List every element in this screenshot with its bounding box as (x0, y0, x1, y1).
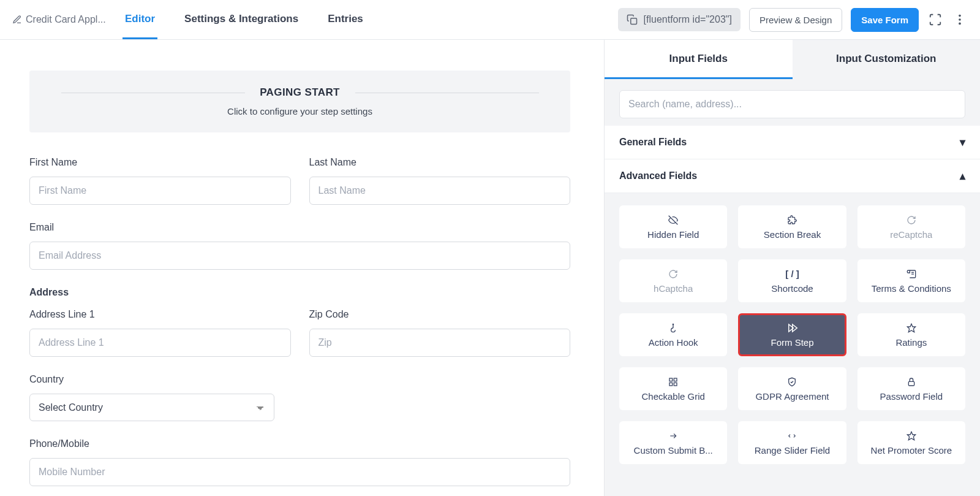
address-heading: Address (29, 287, 570, 298)
field-card-label: reCaptcha (890, 229, 932, 240)
field-card-label: Net Promoter Score (871, 445, 952, 456)
field-card-label: GDPR Agreement (755, 391, 829, 402)
field-card-label: Terms & Conditions (872, 283, 951, 294)
svg-point-3 (959, 23, 961, 25)
kebab-icon (953, 13, 967, 26)
shortcode-text: [fluentform id="203"] (644, 14, 732, 25)
grid-icon (668, 376, 678, 387)
arrow-right-icon (667, 430, 679, 441)
zip-label: Zip Code (309, 309, 571, 320)
country-select[interactable]: Select Country (29, 394, 274, 421)
puzzle-icon (787, 215, 797, 226)
tab-input-fields[interactable]: Input Fields (605, 40, 793, 79)
tab-editor[interactable]: Editor (123, 0, 157, 39)
field-card-label: Password Field (880, 391, 943, 402)
phone-label: Phone/Mobile (29, 438, 570, 449)
preview-button[interactable]: Preview & Design (749, 8, 842, 32)
star-icon (907, 430, 916, 441)
field-card-range-slider-field[interactable]: Range Slider Field (738, 421, 846, 464)
field-card-label: hCaptcha (654, 283, 693, 294)
tab-entries[interactable]: Entries (325, 0, 366, 39)
country-label: Country (29, 374, 570, 385)
address1-field[interactable] (29, 329, 291, 357)
field-card-form-step[interactable]: Form Step (738, 313, 846, 356)
field-card-recaptcha[interactable]: reCaptcha (858, 205, 965, 248)
svg-point-6 (673, 324, 673, 324)
refresh-icon (668, 269, 678, 280)
form-title-text: Credit Card Appl... (26, 14, 106, 25)
svg-rect-12 (669, 383, 673, 386)
lock-icon (907, 376, 916, 387)
svg-marker-9 (907, 324, 915, 332)
paging-subtitle: Click to configure your step settings (48, 106, 552, 116)
chevron-up-icon: ▴ (960, 169, 965, 183)
email-field[interactable] (29, 242, 570, 270)
more-button[interactable] (952, 12, 968, 28)
section-advanced-fields[interactable]: Advanced Fields ▴ (605, 159, 980, 193)
fullscreen-button[interactable] (927, 12, 943, 28)
shield-icon (787, 376, 797, 387)
svg-rect-14 (908, 381, 914, 386)
save-button[interactable]: Save Form (851, 8, 919, 32)
skip-icon (786, 322, 798, 334)
slider-icon (786, 430, 797, 441)
section-general-label: General Fields (619, 137, 687, 148)
field-card-label: Range Slider Field (755, 445, 830, 456)
field-card-label: Form Step (771, 337, 813, 348)
expand-icon (929, 13, 942, 26)
field-card-action-hook[interactable]: Action Hook (619, 313, 727, 356)
field-card-label: Section Break (764, 229, 821, 240)
star-icon (907, 322, 916, 334)
svg-rect-0 (630, 18, 636, 25)
field-card-ratings[interactable]: Ratings (858, 313, 965, 356)
zip-field[interactable] (309, 329, 571, 357)
paging-start-block[interactable]: PAGING START Click to configure your ste… (29, 71, 570, 132)
scroll-icon (907, 269, 916, 280)
svg-rect-10 (669, 378, 673, 381)
address1-label: Address Line 1 (29, 309, 291, 320)
fields-sidebar: Input Fields Input Customization General… (604, 40, 980, 496)
paging-title: PAGING START (48, 86, 552, 99)
field-card-hcaptcha[interactable]: hCaptcha (619, 259, 727, 302)
chevron-down-icon: ▾ (960, 135, 965, 149)
field-card-gdpr-agreement[interactable]: GDPR Agreement (738, 367, 846, 410)
first-name-field[interactable] (29, 177, 291, 205)
search-input[interactable] (619, 90, 965, 118)
first-name-label: First Name (29, 157, 291, 168)
field-card-label: Action Hook (649, 337, 698, 348)
field-card-section-break[interactable]: Section Break (738, 205, 846, 248)
field-card-shortcode[interactable]: [ / ]Shortcode (738, 259, 846, 302)
field-card-checkable-grid[interactable]: Checkable Grid (619, 367, 727, 410)
field-card-label: Custom Submit B... (634, 445, 713, 456)
svg-rect-11 (674, 378, 677, 381)
form-title[interactable]: Credit Card Appl... (12, 14, 123, 25)
field-card-terms-conditions[interactable]: Terms & Conditions (858, 259, 965, 302)
phone-field[interactable] (29, 458, 570, 486)
hook-icon (668, 322, 678, 334)
field-card-label: Checkable Grid (641, 391, 704, 402)
tab-input-customization[interactable]: Input Customization (793, 40, 981, 79)
tab-settings[interactable]: Settings & Integrations (182, 0, 301, 39)
svg-rect-13 (674, 383, 677, 386)
field-card-custom-submit-b-[interactable]: Custom Submit B... (619, 421, 727, 464)
email-label: Email (29, 222, 570, 233)
copy-icon (627, 14, 638, 25)
last-name-field[interactable] (309, 177, 571, 205)
field-card-net-promoter-score[interactable]: Net Promoter Score (858, 421, 965, 464)
field-card-label: Ratings (895, 337, 927, 348)
form-canvas[interactable]: PAGING START Click to configure your ste… (0, 40, 604, 496)
svg-point-2 (959, 18, 961, 21)
refresh-icon (907, 215, 916, 226)
section-general-fields[interactable]: General Fields ▾ (605, 126, 980, 159)
svg-marker-16 (907, 432, 915, 440)
last-name-label: Last Name (309, 157, 571, 168)
section-advanced-label: Advanced Fields (619, 170, 697, 181)
field-card-hidden-field[interactable]: Hidden Field (619, 205, 727, 248)
field-card-label: Shortcode (771, 283, 813, 294)
pencil-icon (12, 15, 22, 25)
shortcode-display[interactable]: [fluentform id="203"] (618, 8, 741, 31)
field-card-label: Hidden Field (647, 229, 699, 240)
field-card-password-field[interactable]: Password Field (858, 367, 965, 410)
svg-point-1 (959, 15, 961, 17)
eye-off-icon (668, 215, 679, 226)
